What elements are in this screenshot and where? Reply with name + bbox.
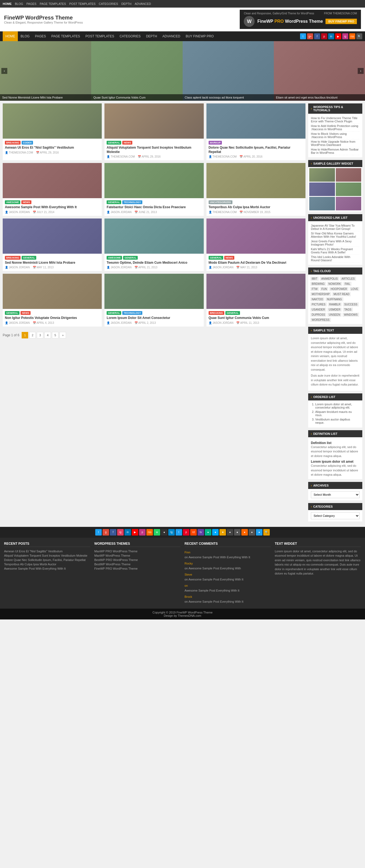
nav-categories[interactable]: CATEGORIES bbox=[117, 31, 143, 41]
tag-cloud-item[interactable]: PICTURES bbox=[310, 303, 327, 307]
topnav-advanced[interactable]: ADVANCED bbox=[135, 2, 151, 5]
comment-author[interactable]: on bbox=[185, 583, 271, 589]
comment-author[interactable]: Brock bbox=[185, 594, 271, 600]
page-2[interactable]: 2 bbox=[29, 332, 36, 338]
footer-post-link[interactable]: Awesome Sample Post With Everything With… bbox=[4, 566, 90, 571]
tag-cloud-item[interactable]: 8BIT bbox=[310, 277, 319, 281]
link-item[interactable]: SI-Year-Old Miss Korea Garners Attention… bbox=[311, 231, 360, 239]
tag-cloud-item[interactable]: USMDER bbox=[327, 308, 342, 312]
tag-cloud-item[interactable]: NAKTOO bbox=[310, 297, 324, 301]
tag-cloud-item[interactable]: WORDPRESS bbox=[310, 318, 331, 322]
nav-advanced[interactable]: ADVANCED bbox=[160, 31, 183, 41]
tip-link[interactable]: How to Hide Upgrade Notice from WordPres… bbox=[311, 140, 360, 147]
tag-cloud-item[interactable]: MOTHERSHIP bbox=[310, 292, 331, 296]
page-3[interactable]: 3 bbox=[37, 332, 43, 338]
tip-link[interactable]: How to Add Hotlink Protection using .hta… bbox=[311, 124, 360, 131]
post-title[interactable]: Fatebantur Stoici Haec Omnia Dicta Esse … bbox=[107, 205, 201, 210]
post-title[interactable]: Teeumn Optime, Deinde Etiam Cum Mediocer… bbox=[107, 261, 201, 265]
tip-link[interactable]: How to Fix Underscore Theme Title Error … bbox=[311, 116, 360, 124]
rss-icon[interactable]: rss bbox=[349, 33, 355, 39]
footer-social-pin[interactable]: p bbox=[183, 529, 189, 535]
footer-social-gplus[interactable]: g bbox=[103, 529, 109, 535]
footer-social-misc8[interactable]: ● bbox=[248, 529, 255, 535]
footer-social-misc9[interactable]: ● bbox=[256, 529, 262, 535]
tag-cloud-item[interactable]: USANDER bbox=[310, 308, 326, 312]
footer-social-ig[interactable]: ig bbox=[117, 529, 124, 535]
buy-button[interactable]: BUY FINEWP PRO bbox=[326, 19, 357, 24]
tag-cloud-item[interactable]: FTW bbox=[310, 287, 319, 291]
tag-cloud-item[interactable]: BREWING bbox=[310, 282, 326, 286]
post-title[interactable]: Temporibus Ab Culpa Ipsa Morbi Auctor bbox=[209, 205, 303, 210]
footer-social-tw3[interactable]: tv bbox=[198, 529, 204, 535]
nav-page-templates[interactable]: PAGE TEMPLATES bbox=[49, 31, 83, 41]
footer-social-tg[interactable]: tg bbox=[168, 529, 175, 535]
footer-post-link[interactable]: Temporibus Ab Culpa Ipsa Morbi Auctor bbox=[4, 562, 90, 566]
footer-social-rss[interactable]: rss bbox=[146, 529, 153, 535]
footer-post-link[interactable]: Aenean Ut Eros Et "Nisl Sagittis" Vestib… bbox=[4, 549, 90, 553]
tag-cloud-item[interactable]: LOVE bbox=[350, 287, 360, 291]
page-1[interactable]: 1 bbox=[22, 332, 28, 338]
topnav-page-templates[interactable]: PAGE TEMPLATES bbox=[40, 2, 66, 5]
categories-select[interactable]: Select Category bbox=[311, 512, 360, 519]
comment-author[interactable]: Steve bbox=[185, 572, 271, 578]
footer-social-yt[interactable]: ▶ bbox=[132, 529, 138, 535]
post-title[interactable]: Quae Sunt Igitur Communia Vobis Cum bbox=[209, 316, 303, 320]
tag-cloud-item[interactable]: TAGS bbox=[343, 308, 353, 312]
twitter-icon[interactable]: t bbox=[300, 33, 306, 39]
footer-social-misc4[interactable]: ★ bbox=[220, 529, 226, 535]
topnav-depth[interactable]: DEPTH bbox=[121, 2, 131, 5]
footer-social-fb[interactable]: f bbox=[110, 529, 117, 535]
tag-cloud-item[interactable]: FUN bbox=[320, 287, 329, 291]
footer-social-misc3[interactable]: ● bbox=[212, 529, 219, 535]
slider-next[interactable]: › bbox=[358, 68, 364, 74]
footer-social-srch[interactable]: 🔍 bbox=[263, 529, 270, 535]
tip-link[interactable]: How to Block Visitors using .htaccess in… bbox=[311, 131, 360, 140]
nav-pages[interactable]: PAGES bbox=[32, 31, 48, 41]
comment-author[interactable]: Rocky bbox=[185, 561, 271, 566]
topnav-categories[interactable]: CATEGORIES bbox=[99, 2, 118, 5]
nav-blog[interactable]: BLOG bbox=[18, 31, 32, 41]
footer-theme-link[interactable]: MaxWP WordPress Theme bbox=[94, 553, 181, 558]
youtube-icon[interactable]: ▶ bbox=[335, 33, 341, 39]
nav-buy[interactable]: BUY FINEWP PRO bbox=[183, 31, 217, 41]
footer-social-misc5[interactable]: ● bbox=[227, 529, 233, 535]
tag-cloud-item[interactable]: FAIL bbox=[343, 282, 352, 286]
nav-depth[interactable]: DEPTH bbox=[143, 31, 160, 41]
topnav-blog[interactable]: BLOG bbox=[15, 2, 23, 5]
footer-post-link[interactable]: Aliquid Voluptatem Torquent Sunt Incepto… bbox=[4, 553, 90, 558]
tag-cloud-item[interactable]: NOWORK bbox=[327, 282, 342, 286]
footer-theme-link[interactable]: BestWP PRO WordPress Theme bbox=[94, 558, 181, 562]
post-title[interactable]: Modo Etiam Paulum Ad Dexteram De Via Dec… bbox=[209, 261, 303, 265]
footer-theme-link[interactable]: BestWP WordPress Theme bbox=[94, 562, 181, 566]
nav-post-templates[interactable]: POST TEMPLATES bbox=[83, 31, 117, 41]
page-4[interactable]: 4 bbox=[44, 332, 51, 338]
post-title[interactable]: Aenean Ut Eros Et "Nisl Sagittis" Vestib… bbox=[5, 146, 100, 150]
tag-cloud-item[interactable]: SUCCESS bbox=[343, 303, 359, 307]
tag-cloud-item[interactable]: MUST READ bbox=[332, 292, 351, 296]
tag-cloud-item[interactable]: RAMBLR bbox=[328, 303, 342, 307]
footer-theme-link[interactable]: FineWP PRO WordPress Theme bbox=[94, 566, 181, 571]
archives-select[interactable]: Select Month bbox=[311, 491, 360, 498]
tag-cloud-item[interactable]: HOOPOWER bbox=[329, 287, 349, 291]
footer-social-rd[interactable]: rd bbox=[190, 529, 197, 535]
footer-social-tw2[interactable]: t bbox=[176, 529, 182, 535]
tag-cloud-item[interactable]: WINDOWS bbox=[342, 313, 359, 317]
topnav-post-templates[interactable]: POST TEMPLATES bbox=[69, 2, 96, 5]
post-title[interactable]: Dolore Quae Nec Sollicitudin Ipsum, Faci… bbox=[209, 146, 303, 154]
tag-cloud-item[interactable]: ARTICLES bbox=[340, 277, 356, 281]
instagram-icon[interactable]: ig bbox=[342, 33, 348, 39]
link-item[interactable]: This Idol Looks Adorable With Round Glas… bbox=[311, 255, 360, 262]
page-5[interactable]: 5 bbox=[52, 332, 59, 338]
linkedin-icon[interactable]: in bbox=[328, 33, 334, 39]
footer-social-misc2[interactable]: ● bbox=[205, 529, 211, 535]
topnav-pages[interactable]: PAGES bbox=[27, 2, 36, 5]
tag-cloud-item[interactable]: DUPROSS bbox=[310, 313, 326, 317]
footer-social-twitter[interactable]: t bbox=[95, 529, 102, 535]
footer-post-link[interactable]: Dolore Quae Nec Sollicitudin Ipsum, Faci… bbox=[4, 558, 90, 562]
footer-social-li[interactable]: in bbox=[125, 529, 131, 535]
footer-social-misc1[interactable]: ● bbox=[161, 529, 167, 535]
page-next[interactable]: » bbox=[60, 332, 66, 338]
googleplus-icon[interactable]: g+ bbox=[307, 33, 313, 39]
facebook-icon[interactable]: f bbox=[314, 33, 320, 39]
footer-social-misc6[interactable]: ● bbox=[234, 529, 240, 535]
